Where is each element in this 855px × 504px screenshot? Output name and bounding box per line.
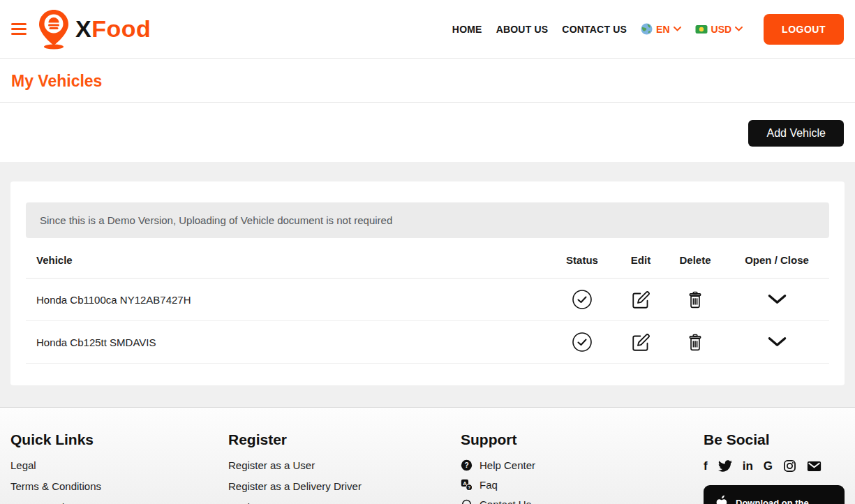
edit-icon[interactable] <box>630 289 652 311</box>
banknote-icon <box>695 24 708 34</box>
nav-contact-us[interactable]: CONTACT US <box>562 24 627 35</box>
edit-icon[interactable] <box>630 332 652 353</box>
column-edit: Edit <box>616 254 666 266</box>
brand-pin-icon <box>38 9 70 50</box>
table-row: Honda Cb125tt SMDAVIS <box>26 321 829 364</box>
currency-label: USD <box>711 24 732 35</box>
column-status: Status <box>549 254 616 266</box>
link-faq[interactable]: A? Faq <box>461 479 704 491</box>
expand-chevron-icon[interactable] <box>766 292 788 306</box>
globe-icon <box>641 23 653 35</box>
table-header: Vehicle Status Edit Delete Open / Close <box>26 242 829 279</box>
brand-logo[interactable]: XFood <box>38 9 151 50</box>
vehicle-name: Honda Cb125tt SMDAVIS <box>26 336 549 348</box>
link-register-restaurant[interactable]: Register as a Restaurant <box>228 501 461 504</box>
translate-icon: A? <box>461 479 473 491</box>
header: XFood HOME ABOUT US CONTACT US EN <box>0 0 855 59</box>
nav-home[interactable]: HOME <box>452 24 482 35</box>
status-check-icon[interactable] <box>570 288 594 311</box>
column-delete: Delete <box>666 254 724 266</box>
table-row: Honda Cb1100ca NY12AB7427H <box>26 279 829 321</box>
language-label: EN <box>656 24 669 35</box>
delete-trash-icon[interactable] <box>685 289 706 311</box>
link-terms[interactable]: Terms & Conditions <box>10 480 228 492</box>
link-how-it-works[interactable]: How It Works <box>10 501 228 504</box>
footer-support: Support ? Help Center A? Faq Contact Us <box>461 431 704 504</box>
app-store-badge[interactable]: Download on the <box>704 485 845 504</box>
be-social-title: Be Social <box>704 431 855 448</box>
main-nav: HOME ABOUT US CONTACT US EN <box>452 14 844 45</box>
google-icon[interactable]: G <box>764 460 773 472</box>
app-store-text: Download on the <box>736 498 809 504</box>
column-vehicle: Vehicle <box>26 254 549 266</box>
link-register-user[interactable]: Register as a User <box>228 459 461 471</box>
main-content: Since this is a Demo Version, Uploading … <box>0 162 855 408</box>
menu-icon[interactable] <box>11 23 27 35</box>
link-legal[interactable]: Legal <box>10 459 228 471</box>
footer-quick-links: Quick Links Legal Terms & Conditions How… <box>10 431 228 504</box>
facebook-icon[interactable]: f <box>704 460 708 472</box>
column-open-close: Open / Close <box>724 254 829 266</box>
quick-links-title: Quick Links <box>10 431 228 448</box>
svg-text:?: ? <box>468 485 470 490</box>
support-title: Support <box>461 431 704 448</box>
chevron-down-icon <box>674 27 681 31</box>
footer-register: Register Register as a User Register as … <box>228 431 461 504</box>
demo-notice: Since this is a Demo Version, Uploading … <box>26 202 829 238</box>
chevron-down-icon <box>735 27 743 31</box>
apple-icon <box>713 494 729 504</box>
footer: Quick Links Legal Terms & Conditions How… <box>0 408 855 504</box>
linkedin-icon[interactable]: in <box>743 460 753 472</box>
vehicles-card: Since this is a Demo Version, Uploading … <box>10 181 845 385</box>
delete-trash-icon[interactable] <box>685 332 706 353</box>
help-circle-icon: ? <box>461 459 473 471</box>
page-head: My Vehicles Add Vehicle <box>0 59 855 162</box>
vehicle-name: Honda Cb1100ca NY12AB7427H <box>26 294 549 306</box>
footer-social: Be Social f in G Download on the <box>704 431 855 504</box>
link-contact-us[interactable]: Contact Us <box>461 498 704 504</box>
page-title: My Vehicles <box>0 59 855 102</box>
email-icon[interactable] <box>807 461 821 472</box>
link-help-center[interactable]: ? Help Center <box>461 459 704 471</box>
instagram-icon[interactable] <box>783 459 796 473</box>
svg-text:?: ? <box>464 461 468 469</box>
status-check-icon[interactable] <box>570 330 594 354</box>
link-register-driver[interactable]: Register as a Delivery Driver <box>228 480 461 492</box>
logout-button[interactable]: LOGOUT <box>764 14 844 45</box>
add-vehicle-button[interactable]: Add Vehicle <box>748 120 844 147</box>
language-selector[interactable]: EN <box>641 23 681 35</box>
headset-icon <box>461 498 473 504</box>
twitter-icon[interactable] <box>718 460 732 472</box>
register-title: Register <box>228 431 461 448</box>
brand-name: XFood <box>75 15 151 43</box>
nav-about-us[interactable]: ABOUT US <box>496 24 549 35</box>
expand-chevron-icon[interactable] <box>766 335 788 349</box>
currency-selector[interactable]: USD <box>695 24 743 35</box>
